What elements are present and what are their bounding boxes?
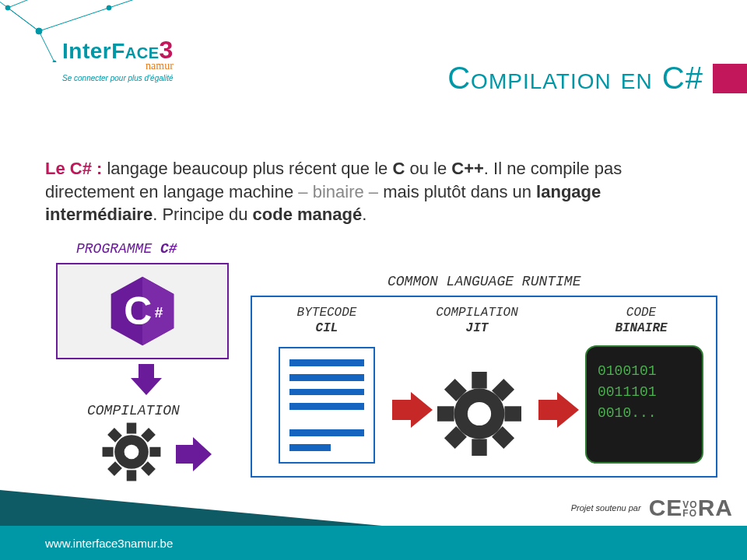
svg-rect-30 — [472, 439, 486, 456]
footer-url: www.interface3namur.be — [45, 537, 173, 550]
page-title: Compilation en C# — [447, 61, 703, 96]
logo-tagline: Se connecter pour plus d'égalité — [62, 74, 174, 82]
compilation-label: COMPILATION — [87, 403, 180, 418]
binary-output-box: 0100101 0011101 0010... — [585, 345, 703, 464]
svg-line-3 — [109, 0, 156, 8]
binary-text: 0100101 0011101 0010... — [598, 361, 691, 424]
svg-line-5 — [8, 0, 47, 8]
svg-line-2 — [39, 31, 54, 62]
csharp-logo-icon: C # — [105, 274, 180, 348]
intro-paragraph: Le C# : langage beaucoup plus récent que… — [45, 157, 702, 226]
svg-point-8 — [5, 5, 10, 10]
para-lead: Le C# : — [45, 159, 102, 178]
logo-part-inter: Inter — [62, 39, 111, 63]
svg-rect-31 — [437, 406, 454, 421]
svg-rect-29 — [472, 372, 486, 389]
programme-label: PROGRAMME C# — [76, 241, 177, 257]
svg-rect-18 — [127, 470, 136, 481]
arrow-right-red-icon — [391, 390, 434, 429]
clr-box: BYTECODECIL COMPILATIONJIT CODEBINAIRE — [251, 296, 717, 478]
gear-icon — [101, 422, 162, 482]
svg-rect-32 — [504, 406, 521, 421]
clr-label: COMMON LANGUAGE RUNTIME — [388, 274, 580, 289]
page-title-bar: Compilation en C# — [447, 61, 747, 96]
svg-point-6 — [36, 28, 42, 34]
arrow-right-red-icon — [537, 390, 580, 429]
cefora-logo: CEVOFORA — [649, 495, 733, 521]
brand-logo: InterFace3 namur Se connecter pour plus … — [62, 36, 174, 82]
bytecode-label: BYTECODECIL — [272, 305, 381, 336]
svg-marker-26 — [176, 437, 212, 471]
svg-marker-38 — [538, 392, 579, 428]
jit-label: COMPILATIONJIT — [419, 305, 535, 336]
binary-code-label: CODEBINAIRE — [587, 305, 696, 336]
title-accent-block — [713, 64, 747, 93]
svg-point-9 — [53, 61, 56, 62]
footer-bar: www.interface3namur.be — [0, 526, 747, 560]
programme-box: C # — [56, 263, 229, 359]
svg-line-4 — [8, 8, 39, 31]
svg-rect-17 — [127, 423, 136, 434]
project-supported-label: Projet soutenu par — [571, 503, 641, 513]
svg-line-1 — [39, 8, 109, 31]
svg-point-7 — [107, 5, 111, 10]
arrow-down-icon — [128, 361, 165, 398]
document-icon — [279, 347, 375, 464]
gear-large-icon — [437, 372, 521, 456]
arrow-right-purple-icon — [173, 436, 215, 473]
svg-rect-19 — [103, 447, 114, 457]
svg-point-25 — [124, 445, 139, 460]
svg-point-37 — [468, 402, 491, 425]
svg-text:#: # — [155, 304, 163, 320]
compilation-diagram: PROGRAMME C# C # COMPILATION COMMON LANG… — [45, 241, 702, 506]
svg-rect-20 — [149, 447, 160, 457]
svg-marker-15 — [131, 364, 162, 395]
svg-text:C: C — [124, 289, 152, 333]
svg-marker-27 — [392, 392, 433, 428]
footer-sponsor: Projet soutenu par CEVOFORA — [571, 495, 733, 521]
